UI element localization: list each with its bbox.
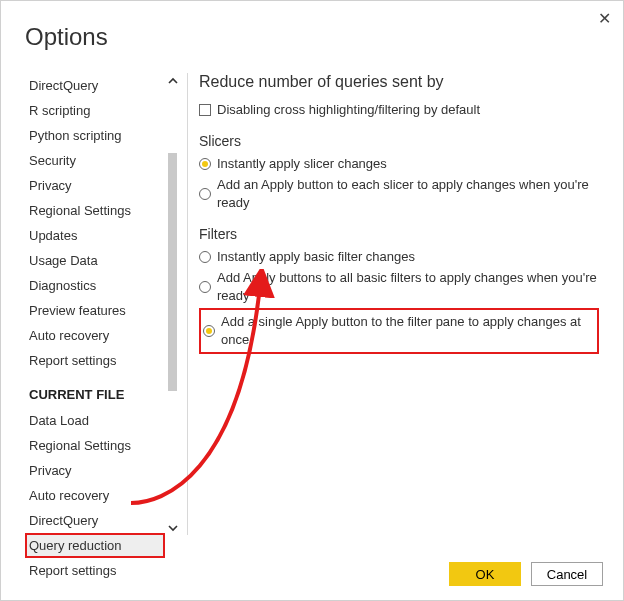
- sidebar-item-usage-data[interactable]: Usage Data: [25, 248, 165, 273]
- page-title: Options: [25, 23, 108, 51]
- heading-filters: Filters: [199, 226, 599, 242]
- scroll-down-icon[interactable]: [165, 520, 180, 535]
- sidebar-item-privacy-file[interactable]: Privacy: [25, 458, 165, 483]
- scroll-up-icon[interactable]: [165, 73, 180, 88]
- sidebar-item-preview-features[interactable]: Preview features: [25, 298, 165, 323]
- radio-filter-apply-all[interactable]: Add Apply buttons to all basic filters t…: [199, 269, 599, 305]
- sidebar-item-python-scripting[interactable]: Python scripting: [25, 123, 165, 148]
- radio-icon: [199, 188, 211, 200]
- sidebar-item-regional-settings-file[interactable]: Regional Settings: [25, 433, 165, 458]
- content-panel: Reduce number of queries sent by Disabli…: [199, 73, 599, 354]
- sidebar-item-updates[interactable]: Updates: [25, 223, 165, 248]
- checkbox-icon: [199, 104, 211, 116]
- sidebar-scrollbar[interactable]: [165, 73, 180, 535]
- checkbox-label: Disabling cross highlighting/filtering b…: [217, 101, 480, 119]
- radio-icon: [199, 251, 211, 263]
- heading-reduce-queries: Reduce number of queries sent by: [199, 73, 599, 91]
- sidebar-item-auto-recovery-file[interactable]: Auto recovery: [25, 483, 165, 508]
- scroll-thumb[interactable]: [168, 153, 177, 391]
- radio-label: Add an Apply button to each slicer to ap…: [217, 176, 599, 212]
- sidebar-item-diagnostics[interactable]: Diagnostics: [25, 273, 165, 298]
- radio-icon: [203, 325, 215, 337]
- radio-icon: [199, 281, 211, 293]
- sidebar-item-query-reduction[interactable]: Query reduction: [25, 533, 165, 558]
- radio-filter-instant[interactable]: Instantly apply basic filter changes: [199, 248, 599, 266]
- radio-slicer-apply-button[interactable]: Add an Apply button to each slicer to ap…: [199, 176, 599, 212]
- dialog-footer: OK Cancel: [449, 562, 603, 586]
- sidebar-item-report-settings[interactable]: Report settings: [25, 348, 165, 373]
- sidebar-item-regional-settings[interactable]: Regional Settings: [25, 198, 165, 223]
- ok-button[interactable]: OK: [449, 562, 521, 586]
- cancel-button[interactable]: Cancel: [531, 562, 603, 586]
- sidebar: DirectQuery R scripting Python scripting…: [25, 73, 165, 583]
- close-icon[interactable]: ✕: [598, 9, 611, 28]
- radio-icon: [199, 158, 211, 170]
- divider: [187, 73, 188, 535]
- radio-filter-single-apply[interactable]: Add a single Apply button to the filter …: [203, 313, 595, 349]
- heading-slicers: Slicers: [199, 133, 599, 149]
- sidebar-item-data-load[interactable]: Data Load: [25, 408, 165, 433]
- sidebar-item-directquery[interactable]: DirectQuery: [25, 73, 165, 98]
- checkbox-disable-cross-highlight[interactable]: Disabling cross highlighting/filtering b…: [199, 101, 599, 119]
- sidebar-section-current-file: CURRENT FILE: [25, 373, 165, 408]
- sidebar-item-security[interactable]: Security: [25, 148, 165, 173]
- radio-label: Add Apply buttons to all basic filters t…: [217, 269, 599, 305]
- radio-label: Instantly apply slicer changes: [217, 155, 387, 173]
- radio-label: Instantly apply basic filter changes: [217, 248, 415, 266]
- sidebar-item-r-scripting[interactable]: R scripting: [25, 98, 165, 123]
- radio-label: Add a single Apply button to the filter …: [221, 313, 595, 349]
- sidebar-item-directquery-file[interactable]: DirectQuery: [25, 508, 165, 533]
- sidebar-item-privacy[interactable]: Privacy: [25, 173, 165, 198]
- sidebar-item-report-settings-file[interactable]: Report settings: [25, 558, 165, 583]
- sidebar-item-auto-recovery[interactable]: Auto recovery: [25, 323, 165, 348]
- radio-slicer-instant[interactable]: Instantly apply slicer changes: [199, 155, 599, 173]
